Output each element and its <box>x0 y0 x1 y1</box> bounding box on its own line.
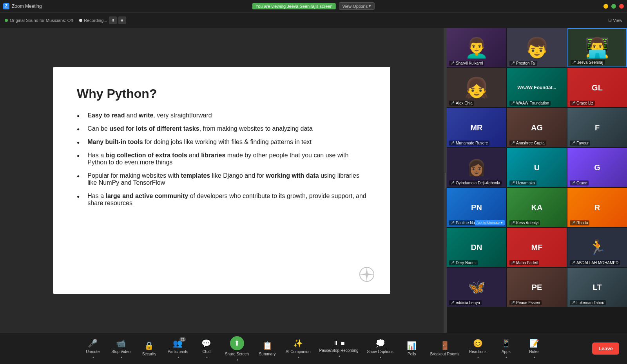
chat-label: Chat <box>202 350 210 354</box>
recording-indicator: Recording... ⏸ ■ <box>79 16 126 24</box>
chevron-down-icon: ▾ <box>369 4 371 9</box>
slide-bullets: Easy to read and write, very straightfor… <box>77 112 367 207</box>
show-captions-label: Show Captions <box>367 350 393 354</box>
participant-label-munamato: Munamato Rusere <box>456 141 488 145</box>
unmute-button[interactable]: 🎤 Unmute ▴ <box>79 336 107 361</box>
ai-companion-arrow-icon[interactable]: ▴ <box>298 355 299 359</box>
participant-label-rhoda: Rhoda <box>576 221 588 225</box>
chat-button[interactable]: 💬 Chat ▴ <box>193 336 220 361</box>
security-label: Security <box>142 352 156 356</box>
maximize-button[interactable]: □ <box>611 4 616 9</box>
mic-icon-peace: 🎤 <box>511 301 515 305</box>
apps-arrow-icon[interactable]: ▴ <box>506 355 507 359</box>
mic-icon-abdallah: 🎤 <box>571 261 575 265</box>
participants-button[interactable]: 👥 21 Participants ▴ <box>164 336 192 361</box>
summary-button[interactable]: 📋 Summary <box>254 339 281 359</box>
app-icon: Z <box>3 3 9 9</box>
polls-button[interactable]: 📊 Polls <box>398 339 426 359</box>
dery-initials: DN <box>471 243 482 252</box>
bullet-text-2: Can be used for lots of different tasks,… <box>87 125 312 132</box>
participant-label-oyindamola: Oyindamola Deji-Agboola <box>456 181 500 185</box>
participants-count: 21 <box>179 337 186 342</box>
participant-tile-munamato: MR 🎤 Munamato Rusere <box>447 108 506 147</box>
ask-unmute-button[interactable]: Ask to Unmute ▾ <box>475 220 505 225</box>
participant-label-grace: Grace <box>576 181 587 185</box>
participant-label-favour: Favour <box>576 141 589 145</box>
show-captions-button[interactable]: 💭 Show Captions ▴ <box>363 336 397 361</box>
pause-stop-recording-button[interactable]: ⏸ ■ Pause/Stop Recording ▴ <box>315 337 362 360</box>
participant-label-preston: Preston Tai <box>516 61 536 65</box>
mic-icon-maha: 🎤 <box>511 261 515 265</box>
participant-tile-pauline: PN 🎤 Pauline Natasha Ask to Unmute ▾ <box>447 188 506 227</box>
main-content: Why Python? Easy to read and write, very… <box>0 28 627 333</box>
participant-label-kess: Kess Adeniyi <box>516 221 538 225</box>
participant-name-lukeman: 🎤 Lukeman Tahiru <box>570 300 606 305</box>
leave-button[interactable]: Leave <box>592 342 619 355</box>
svg-point-7 <box>366 273 368 276</box>
resize-handle[interactable] <box>444 28 447 333</box>
participant-name-dery: 🎤 Dery Naomi <box>449 260 478 265</box>
unmute-arrow-icon[interactable]: ▴ <box>92 355 94 359</box>
breakout-rooms-label: Breakout Rooms <box>430 352 459 356</box>
participant-name-peace: 🎤 Peace Essien <box>509 300 542 305</box>
original-sound-label: Original Sound for Musicians: Off <box>10 18 73 23</box>
participant-name-jeeva: 🎤 Jeeva Seeniraj <box>571 60 605 65</box>
stop-video-button[interactable]: 📹 Stop Video ▴ <box>107 336 135 361</box>
participant-label-anushree: Anushree Gupta <box>516 141 545 145</box>
reactions-button[interactable]: 😊 Reactions ▴ <box>464 336 491 361</box>
pauline-initials: PN <box>471 203 482 212</box>
participant-tile-uzoamaka: U 🎤 Uzoamaka <box>507 148 567 187</box>
pause-recording-button[interactable]: ⏸ <box>109 16 117 24</box>
uzoamaka-initials: U <box>534 163 540 172</box>
unmute-icon: 🎤 <box>88 339 98 348</box>
bottom-toolbar: 🎤 Unmute ▴ 📹 Stop Video ▴ 🔒 Security 👥 2… <box>0 333 627 364</box>
participants-arrow-icon[interactable]: ▴ <box>178 355 179 359</box>
participant-name-sharvil: 🎤 Sharvil Kulkarni <box>449 61 484 66</box>
view-options-button[interactable]: View Options ▾ <box>339 2 375 10</box>
stop-video-icon: 📹 <box>116 339 126 348</box>
video-arrow-icon[interactable]: ▴ <box>121 355 122 359</box>
participant-tile-peace: PE 🎤 Peace Essien <box>507 268 567 307</box>
minimize-button[interactable]: ─ <box>603 4 608 9</box>
ai-companion-button[interactable]: ✨ AI Companion ▴ <box>282 336 314 361</box>
anushree-initials: AG <box>531 123 543 132</box>
ask-unmute-label: Ask to Unmute <box>477 221 500 225</box>
bullet-text-6: Has a large and active community of deve… <box>87 193 367 207</box>
notes-arrow-icon[interactable]: ▴ <box>534 355 535 359</box>
mic-icon-oyindamola: 🎤 <box>451 181 455 185</box>
close-button[interactable]: ✕ <box>619 4 624 9</box>
captions-arrow-icon[interactable]: ▴ <box>380 355 381 359</box>
share-screen-button[interactable]: ⬆ Share Screen ▴ <box>221 334 253 364</box>
ask-unmute-arrow: ▾ <box>501 221 503 225</box>
apps-label: Apps <box>502 350 511 354</box>
participant-label-graceliz: Grace Liz <box>576 101 593 105</box>
pause-stop-arrow-icon[interactable]: ▴ <box>339 354 340 358</box>
participant-name-kess: 🎤 Kess Adeniyi <box>509 220 540 225</box>
grace-initials: G <box>594 163 600 172</box>
bullet-text-3: Many built-in tools for doing jobs like … <box>87 139 312 146</box>
view-button[interactable]: ⊞ View <box>608 18 622 23</box>
breakout-rooms-button[interactable]: 🚪 Breakout Rooms <box>426 339 463 359</box>
security-button[interactable]: 🔒 Security <box>136 339 163 359</box>
peace-initials: PE <box>532 283 542 292</box>
rhoda-initials: R <box>594 203 600 212</box>
chat-icon: 💬 <box>201 339 211 348</box>
mic-icon-kess: 🎤 <box>511 221 515 225</box>
participant-label-uzoamaka: Uzoamaka <box>516 181 535 185</box>
viewing-badge: You are viewing Jeeva Seeniraj's screen <box>252 3 336 9</box>
pause-stop-icon: ⏸ ■ <box>333 340 344 347</box>
status-dot <box>5 19 8 22</box>
titlebar: Z Zoom Meeting You are viewing Jeeva See… <box>0 0 627 13</box>
notes-button[interactable]: 📝 Notes ▴ <box>520 336 548 361</box>
bullet-4: Has a big collection of extra tools and … <box>77 152 367 166</box>
participant-name-rhoda: 🎤 Rhoda <box>570 220 589 225</box>
recording-label: Recording... <box>84 18 107 23</box>
original-sound-toggle[interactable]: Original Sound for Musicians: Off <box>5 18 73 23</box>
participant-name-waaw: 🎤 WAAW Foundation <box>509 101 551 106</box>
stop-recording-button[interactable]: ■ <box>118 16 126 24</box>
chat-arrow-icon[interactable]: ▴ <box>206 355 208 359</box>
share-arrow-icon[interactable]: ▴ <box>237 358 238 361</box>
breakout-rooms-icon: 🚪 <box>440 341 450 350</box>
reactions-arrow-icon[interactable]: ▴ <box>477 355 479 359</box>
apps-button[interactable]: 📱 Apps ▴ <box>492 336 520 361</box>
